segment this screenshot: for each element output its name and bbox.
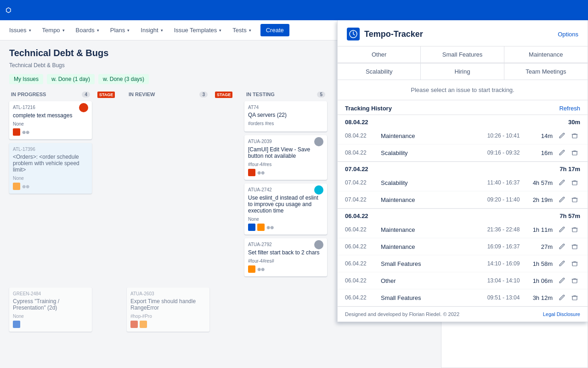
badge-blue <box>13 321 20 328</box>
badge-blue <box>248 224 255 231</box>
card-atua-2742[interactable]: ATUA-2742 Use eslint_d instead of eslint… <box>244 184 327 235</box>
category-maintenance[interactable]: Maintenance <box>504 46 588 63</box>
history-entry-small-features-2: 06.04.22 Small Features 09:51 - 13:04 3h… <box>338 289 588 306</box>
nav-tests[interactable]: Tests ▾ <box>231 23 253 37</box>
delete-button[interactable] <box>569 130 580 141</box>
filter-done-1day[interactable]: w. Done (1 day) <box>47 74 95 84</box>
badge-orange <box>248 265 255 273</box>
edit-button[interactable] <box>556 292 567 303</box>
tempo-footer: Designed and developed by Florian Riedel… <box>338 306 588 322</box>
history-day-07-04-22: 07.04.22 7h 17m <box>338 161 588 174</box>
badge-red <box>248 169 255 176</box>
tempo-title: Tempo-Tracker <box>364 29 423 39</box>
delete-button[interactable] <box>569 194 580 205</box>
category-small-features[interactable]: Small Features <box>421 46 504 63</box>
history-entry-other-1: 06.04.22 Other 13:04 - 14:10 1h 06m <box>338 272 588 289</box>
card-atl-17396[interactable]: ATL-17396 <Orders>: <order schedule prob… <box>9 143 92 194</box>
tempo-logo-area: Tempo-Tracker <box>347 28 423 40</box>
history-day-08-04-22: 08.04.22 30m <box>338 115 588 127</box>
column-header-in-review: IN REVIEW 3 <box>127 88 209 101</box>
history-entry-scalability-1: 08.04.22 Scalability 09:16 - 09:32 16m <box>338 144 588 161</box>
delete-button[interactable] <box>569 224 580 235</box>
edit-button[interactable] <box>556 177 567 188</box>
tracking-history-title: Tracking History <box>345 105 392 112</box>
avatar <box>314 185 323 195</box>
delete-button[interactable] <box>569 292 580 303</box>
history-day-06-04-22: 06.04.22 7h 57m <box>338 208 588 221</box>
history-scroll[interactable]: 08.04.22 30m 08.04.22 Maintenance 10:26 … <box>338 115 588 306</box>
edit-button[interactable] <box>556 258 567 269</box>
svg-rect-3 <box>572 181 577 185</box>
category-other[interactable]: Other <box>338 46 421 63</box>
svg-rect-1 <box>572 134 577 138</box>
badge-orange <box>13 183 20 190</box>
edit-button[interactable] <box>556 224 567 235</box>
badge-orange <box>140 321 147 328</box>
nav-boards[interactable]: Boards ▾ <box>74 23 101 37</box>
svg-rect-9 <box>572 296 577 300</box>
tracking-history-header: Tracking History Refresh <box>338 100 588 115</box>
legal-disclosure-link[interactable]: Legal Disclosure <box>543 311 580 317</box>
delete-button[interactable] <box>569 258 580 269</box>
column-header-stage-2: STAGE <box>213 88 241 102</box>
nav-issues[interactable]: Issues ▾ <box>7 23 33 37</box>
category-grid-row2: Scalability Hiring Team Meetings <box>338 63 588 80</box>
history-entry-small-features-1: 06.04.22 Small Features 14:10 - 16:09 1h… <box>338 255 588 272</box>
create-button[interactable]: Create <box>260 24 289 36</box>
edit-button[interactable] <box>556 147 567 158</box>
category-grid-row1: Other Small Features Maintenance <box>338 46 588 63</box>
card-lower-2: ATUA-2603 Export Time should handle Rang… <box>127 288 209 332</box>
refresh-link[interactable]: Refresh <box>559 105 580 112</box>
svg-rect-6 <box>572 245 577 249</box>
delete-button[interactable] <box>569 147 580 158</box>
history-entry-maintenance-1: 08.04.22 Maintenance 10:26 - 10:41 14m <box>338 127 588 144</box>
nav-tempo[interactable]: Tempo ▾ <box>40 23 67 37</box>
delete-button[interactable] <box>569 241 580 252</box>
edit-button[interactable] <box>556 130 567 141</box>
badge-red <box>130 321 138 328</box>
nav-plans[interactable]: Plans ▾ <box>108 23 132 37</box>
column-in-testing: IN TESTING 5 AT74 QA servers (22) #order… <box>244 88 327 280</box>
edit-button[interactable] <box>556 241 567 252</box>
select-issue-message: Please select an issue to start tracking… <box>338 80 588 100</box>
category-team-meetings[interactable]: Team Meetings <box>504 63 588 80</box>
edit-button[interactable] <box>556 194 567 205</box>
avatar <box>314 240 323 249</box>
filter-done-3days[interactable]: w. Done (3 days) <box>98 74 149 84</box>
nav-insight[interactable]: Insight ▾ <box>139 23 164 37</box>
card-atua-2039[interactable]: ATUA-2039 [CamUI] Edit View - Save butto… <box>244 135 327 180</box>
svg-rect-7 <box>572 262 577 266</box>
avatar <box>79 103 88 112</box>
category-scalability[interactable]: Scalability <box>338 63 421 80</box>
column-in-progress: IN PROGRESS 4 ATL-17216 complete text me… <box>9 88 92 280</box>
category-hiring[interactable]: Hiring <box>421 63 504 80</box>
svg-rect-2 <box>572 151 577 155</box>
delete-button[interactable] <box>569 275 580 286</box>
delete-button[interactable] <box>569 177 580 188</box>
filter-my-issues[interactable]: My Issues <box>9 74 43 84</box>
history-entry-maintenance-3: 06.04.22 Maintenance 21:36 - 22:48 1h 11… <box>338 221 588 238</box>
footer-copyright: Designed and developed by Florian Riedel… <box>345 311 459 317</box>
card-atl-17216[interactable]: ATL-17216 complete text messages None ⊕⊕ <box>9 101 92 139</box>
edit-button[interactable] <box>556 275 567 286</box>
column-in-review: IN REVIEW 3 <box>127 88 209 280</box>
tempo-panel: Tempo-Tracker Options Other Small Featur… <box>337 20 588 322</box>
nav-issue-templates[interactable]: Issue Templates ▾ <box>172 23 224 37</box>
card-lower-1: GREEN-2484 Cypress "Training / Presentat… <box>9 288 92 332</box>
column-stage-2: STAGE <box>213 88 241 280</box>
history-entry-maintenance-4: 06.04.22 Maintenance 16:09 - 16:37 27m <box>338 238 588 255</box>
column-header-stage-1: STAGE <box>96 88 123 102</box>
card-atua-2792[interactable]: ATUA-2792 Set filter start back to 2 cha… <box>244 238 327 276</box>
tempo-logo <box>347 28 360 40</box>
options-link[interactable]: Options <box>558 31 578 38</box>
tempo-header: Tempo-Tracker Options <box>338 20 588 46</box>
column-header-in-testing: IN TESTING 5 <box>244 88 327 101</box>
card-at74[interactable]: AT74 QA servers (22) #orders #res <box>244 101 327 132</box>
svg-rect-4 <box>572 198 577 202</box>
column-stage-1: STAGE <box>96 88 123 280</box>
badge-red <box>13 128 20 136</box>
column-header-in-progress: IN PROGRESS 4 <box>9 88 92 101</box>
history-entry-scalability-2: 07.04.22 Scalability 11:40 - 16:37 4h 57… <box>338 174 588 191</box>
badge-orange <box>257 224 265 231</box>
jira-logo: ⬡ <box>6 6 11 14</box>
